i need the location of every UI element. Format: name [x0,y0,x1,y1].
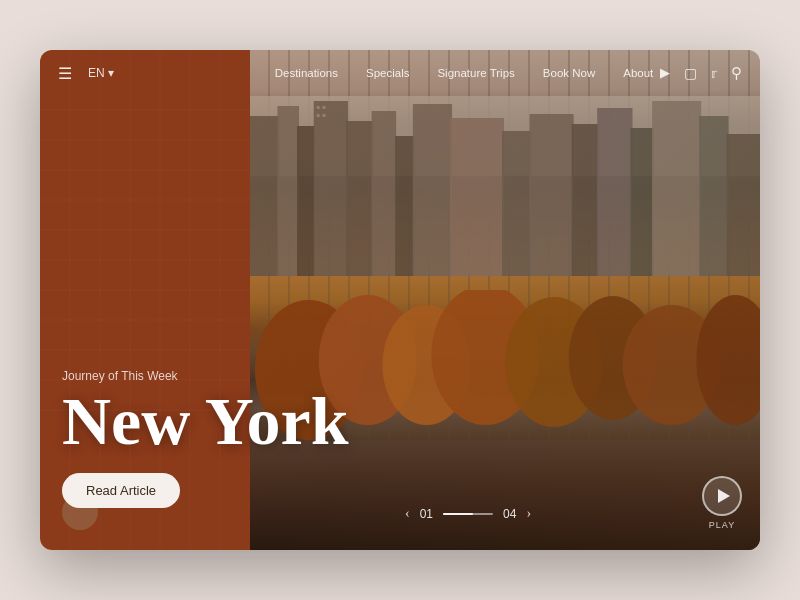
read-article-button[interactable]: Read Article [62,473,180,508]
total-pages: 04 [503,507,516,521]
nav-center: Destinations Specials Signature Trips Bo… [268,67,660,79]
youtube-icon[interactable]: ▶ [660,65,670,81]
play-circle [702,476,742,516]
hero-image: PLAY ‹ 01 04 › [250,50,760,550]
play-label: PLAY [709,520,735,530]
main-container: ☰ EN ▾ Destinations Specials Signature T… [40,50,760,550]
lang-selector[interactable]: EN ▾ [88,66,114,80]
pagination: ‹ 01 04 › [405,506,531,522]
prev-arrow[interactable]: ‹ [405,506,410,522]
nav-left: ☰ EN ▾ [58,64,268,83]
current-page: 01 [420,507,433,521]
instagram-icon[interactable]: ▢ [684,65,697,82]
navbar: ☰ EN ▾ Destinations Specials Signature T… [40,50,760,96]
page-bar-fill [443,513,473,515]
hamburger-icon[interactable]: ☰ [58,64,72,83]
twitter-icon[interactable]: 𝕣 [711,66,717,81]
nav-signature-trips[interactable]: Signature Trips [437,67,514,79]
nav-specials[interactable]: Specials [366,67,409,79]
cta-wrapper: Read Article [62,453,180,508]
nav-right: ▶ ▢ 𝕣 ⚲ [660,64,742,82]
play-triangle-icon [718,489,730,503]
play-button[interactable]: PLAY [702,476,742,530]
search-icon[interactable]: ⚲ [731,64,742,82]
nav-book-now[interactable]: Book Now [543,67,595,79]
page-progress-bar [443,513,493,515]
scene-overlay [250,50,760,550]
nav-about[interactable]: About [623,67,653,79]
nav-destinations[interactable]: Destinations [275,67,338,79]
next-arrow[interactable]: › [526,506,531,522]
